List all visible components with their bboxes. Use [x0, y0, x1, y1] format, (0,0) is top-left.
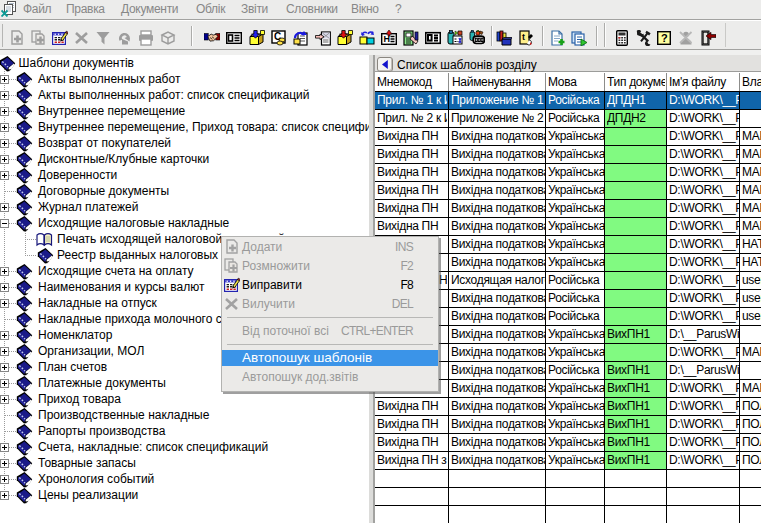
svg-text:t: t [522, 32, 525, 42]
svg-text:?: ? [661, 32, 668, 44]
